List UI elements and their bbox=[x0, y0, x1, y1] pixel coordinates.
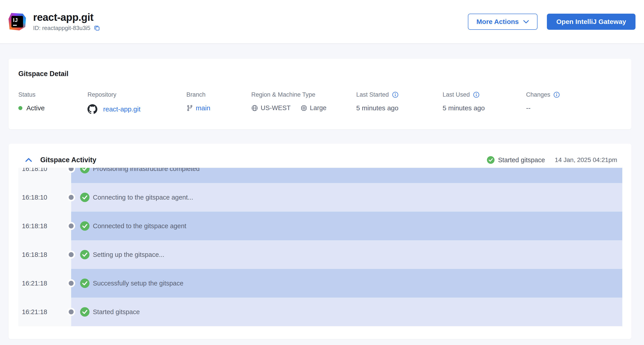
branch-label: Branch bbox=[186, 91, 251, 98]
page-header: IJ react-app.git ID: reactappgit-83u3i5 … bbox=[0, 0, 644, 44]
detail-col-branch: Branch main bbox=[186, 91, 251, 114]
chevron-down-icon bbox=[523, 20, 529, 24]
log-time: 16:18:10 bbox=[18, 183, 71, 212]
branch-value: main bbox=[186, 104, 251, 112]
detail-col-region-machine: Region & Machine Type US-WEST bbox=[251, 91, 356, 114]
last-started-value: 5 minutes ago bbox=[356, 104, 442, 112]
log-message: Connecting to the gitspace agent... bbox=[93, 194, 193, 201]
success-check-icon bbox=[80, 278, 90, 288]
success-check-icon bbox=[80, 168, 90, 174]
activity-timestamp: 14 Jan, 2025 04:21pm bbox=[555, 156, 617, 164]
region-text: US-WEST bbox=[261, 104, 291, 112]
gitspace-id-text: ID: reactappgit-83u3i5 bbox=[33, 24, 90, 32]
success-check-icon bbox=[80, 307, 90, 316]
branch-link[interactable]: main bbox=[196, 104, 210, 112]
intellij-logo-monogram: IJ bbox=[12, 16, 23, 28]
title-block: react-app.git ID: reactappgit-83u3i5 bbox=[33, 12, 100, 32]
log-message: Provisioning infrastructure completed bbox=[93, 168, 200, 172]
activity-status-text: Started gitspace bbox=[498, 156, 545, 164]
detail-card-title: Gitspace Detail bbox=[18, 70, 622, 78]
detail-col-repository: Repository react-app.git bbox=[88, 91, 186, 114]
log-entry: Started gitspace bbox=[71, 298, 622, 326]
success-check-icon bbox=[80, 250, 90, 259]
log-time: 16:21:18 bbox=[18, 298, 71, 326]
log-entry: Successfully setup the gitspace bbox=[71, 269, 622, 298]
open-gateway-label: Open IntelliJ Gateway bbox=[556, 18, 626, 26]
log-row: 16:18:10 Provisioning infrastructure com… bbox=[18, 168, 622, 183]
gitspace-detail-card: Gitspace Detail Status Active Repository… bbox=[8, 58, 632, 129]
gitspace-id-row: ID: reactappgit-83u3i5 bbox=[33, 24, 100, 32]
copy-icon[interactable] bbox=[94, 25, 100, 31]
timeline-dot-icon bbox=[69, 224, 74, 228]
detail-grid: Status Active Repository react-app.git B… bbox=[18, 91, 622, 114]
activity-header: Gitspace Activity Started gitspace 14 Ja… bbox=[25, 156, 617, 164]
detail-col-last-used: Last Used 5 minutes ago bbox=[442, 91, 526, 114]
detail-col-last-started: Last Started 5 minutes ago bbox=[356, 91, 442, 114]
machine-type-text: Large bbox=[310, 104, 326, 112]
detail-col-status: Status Active bbox=[18, 91, 88, 114]
log-message: Started gitspace bbox=[93, 308, 140, 316]
region-machine-value: US-WEST Large bbox=[251, 104, 356, 112]
last-used-value: 5 minutes ago bbox=[442, 104, 526, 112]
timeline-dot-icon bbox=[69, 310, 74, 314]
activity-title: Gitspace Activity bbox=[40, 156, 96, 164]
more-actions-button[interactable]: More Actions bbox=[468, 14, 538, 30]
repository-value: react-app.git bbox=[88, 104, 186, 114]
log-entry: Connected to the gitspace agent bbox=[71, 212, 622, 240]
activity-status: Started gitspace 14 Jan, 2025 04:21pm bbox=[487, 156, 617, 164]
timeline-dot-icon bbox=[69, 252, 74, 257]
detail-col-changes: Changes -- bbox=[526, 91, 622, 114]
repository-link[interactable]: react-app.git bbox=[103, 106, 140, 113]
status-active-dot bbox=[18, 106, 22, 110]
log-time: 16:21:18 bbox=[18, 269, 71, 298]
changes-label: Changes bbox=[526, 91, 550, 98]
info-icon[interactable] bbox=[473, 92, 479, 98]
success-check-icon bbox=[80, 221, 90, 231]
info-icon[interactable] bbox=[554, 92, 560, 98]
log-entry: Connecting to the gitspace agent... bbox=[71, 183, 622, 212]
status-text: Active bbox=[26, 104, 45, 112]
last-used-label: Last Used bbox=[442, 91, 470, 98]
log-row: 16:18:18 Connected to the gitspace agent bbox=[18, 212, 622, 240]
success-check-icon bbox=[487, 156, 494, 164]
log-row: 16:18:18 Setting up the gitspace... bbox=[18, 240, 622, 269]
status-value: Active bbox=[18, 104, 88, 112]
more-actions-label: More Actions bbox=[476, 18, 519, 26]
machine-type-icon bbox=[300, 105, 307, 112]
page-title: react-app.git bbox=[33, 12, 100, 22]
git-branch-icon bbox=[186, 105, 193, 112]
gitspace-activity-card: Gitspace Activity Started gitspace 14 Ja… bbox=[8, 144, 632, 339]
globe-icon bbox=[251, 105, 258, 112]
log-entry: Provisioning infrastructure completed bbox=[71, 168, 622, 183]
log-row: 16:21:18 Started gitspace bbox=[18, 298, 622, 326]
success-check-icon bbox=[80, 193, 90, 202]
timeline-dot-icon bbox=[69, 281, 74, 286]
log-message: Setting up the gitspace... bbox=[93, 251, 164, 258]
activity-log-viewport[interactable]: 16:18:10 Provisioning infrastructure com… bbox=[18, 168, 622, 326]
log-row: 16:18:10 Connecting to the gitspace agen… bbox=[18, 183, 622, 212]
log-entry: Setting up the gitspace... bbox=[71, 240, 622, 269]
log-row: 16:21:18 Successfully setup the gitspace bbox=[18, 269, 622, 298]
region-machine-label: Region & Machine Type bbox=[251, 91, 356, 98]
info-icon[interactable] bbox=[392, 92, 398, 98]
log-time: 16:18:18 bbox=[18, 212, 71, 240]
last-started-label: Last Started bbox=[356, 91, 389, 98]
github-icon bbox=[88, 104, 97, 114]
log-time: 16:18:18 bbox=[18, 240, 71, 269]
intellij-logo-icon: IJ bbox=[8, 13, 26, 30]
log-message: Connected to the gitspace agent bbox=[93, 222, 186, 230]
log-time: 16:18:10 bbox=[18, 168, 71, 183]
timeline-dot-icon bbox=[69, 195, 74, 200]
open-intellij-gateway-button[interactable]: Open IntelliJ Gateway bbox=[547, 14, 636, 30]
collapse-chevron-up-icon[interactable] bbox=[25, 158, 32, 162]
log-message: Successfully setup the gitspace bbox=[93, 280, 184, 287]
repository-label: Repository bbox=[88, 91, 186, 98]
status-label: Status bbox=[18, 91, 88, 98]
header-actions: More Actions Open IntelliJ Gateway bbox=[468, 14, 636, 30]
changes-value: -- bbox=[526, 104, 622, 112]
